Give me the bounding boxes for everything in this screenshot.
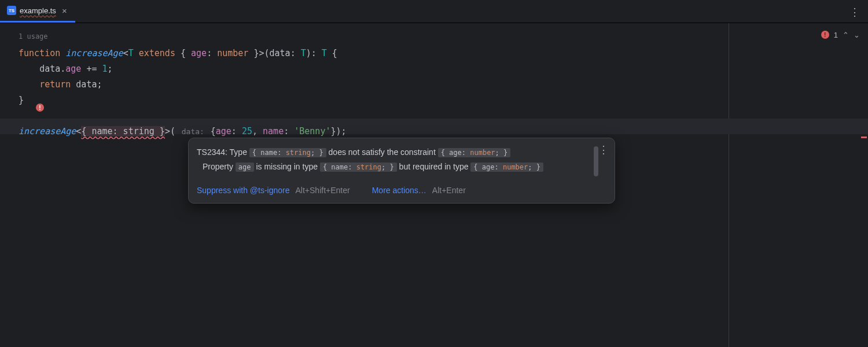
inspections-widget[interactable]: ! 1 ⌃ ⌄ — [729, 23, 868, 46]
typescript-file-icon: TS — [7, 6, 16, 15]
next-error-icon[interactable]: ⌄ — [854, 31, 860, 39]
tab-bar: TS example.ts × ⋮ — [0, 0, 868, 23]
code-line-6[interactable]: increaseAge<{ name: string }>( data: {ag… — [19, 124, 868, 139]
more-actions-shortcut: Alt+Enter — [432, 186, 466, 195]
tab-more-icon[interactable]: ⋮ — [849, 6, 860, 19]
tooltip-message: ⋮ TS2344: Type { name: string; } does no… — [189, 138, 615, 180]
error-badge-icon: ! — [821, 31, 829, 39]
suppress-ts-ignore-link[interactable]: Suppress with @ts-ignore — [197, 186, 290, 195]
more-actions-link[interactable]: More actions… — [372, 186, 426, 195]
code-line-3[interactable]: return data; — [19, 77, 868, 93]
tab-example-ts[interactable]: TS example.ts × — [0, 0, 75, 23]
error-count: 1 — [834, 31, 838, 39]
error-stripe-marker[interactable] — [861, 136, 867, 138]
parameter-hint: data: — [175, 127, 211, 136]
code-line-2[interactable]: data.age += 1; — [19, 61, 868, 77]
editor: ! 1 ⌃ ⌄ ! 1 usage function increaseAge<T… — [0, 23, 868, 347]
tooltip-actions: Suppress with @ts-ignore Alt+Shift+Enter… — [189, 180, 615, 203]
tooltip-more-icon[interactable]: ⋮ — [598, 143, 609, 157]
tab-filename: example.ts — [20, 6, 56, 15]
code-line-1[interactable]: function increaseAge<T extends { age: nu… — [19, 46, 868, 61]
suppress-shortcut: Alt+Shift+Enter — [296, 186, 350, 195]
code-line-5[interactable] — [19, 108, 868, 124]
close-icon[interactable]: × — [60, 5, 69, 16]
error-span[interactable]: { name: string } — [81, 126, 165, 136]
tooltip-scrollbar[interactable] — [594, 146, 598, 176]
error-tooltip: ⋮ TS2344: Type { name: string; } does no… — [188, 138, 615, 204]
prev-error-icon[interactable]: ⌃ — [843, 31, 849, 39]
code-line-4[interactable]: } — [19, 93, 868, 108]
